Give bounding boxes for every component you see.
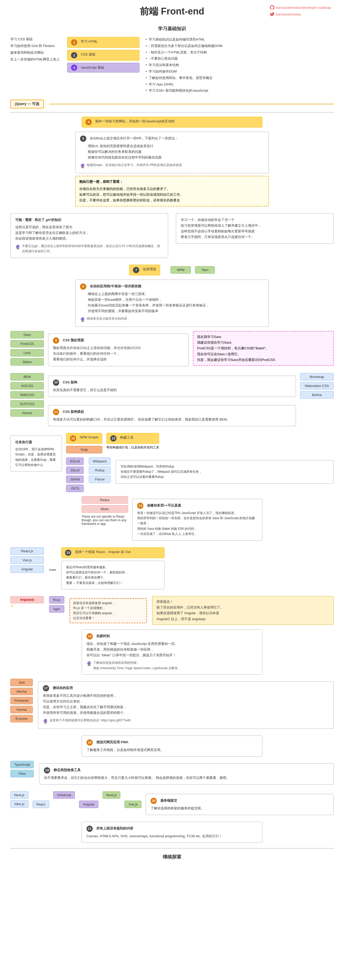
- num-11-circle: 11: [53, 409, 59, 415]
- framework-center: 15 选择一个框架 React、Angular 或 Vue 最近对React的需…: [61, 547, 164, 592]
- reflection-line2: 如果可以的话，您可以被动地开始寻找一些让职业或找到自己的工作。: [79, 192, 265, 197]
- less-box: Less: [10, 349, 44, 356]
- github-link[interactable]: kamranahmedse/developer-roadmap: [270, 5, 331, 10]
- rxjs-box: Rx.js: [49, 596, 64, 604]
- create-box: 14 创建你多西++可以是庞 恭喜！你做还可以说已经是75% JavaScrip…: [132, 499, 263, 541]
- state-mgmt-col: Redux Mobx These are not specific to Rea…: [81, 496, 128, 526]
- webpack-box: Webpack: [89, 457, 110, 465]
- vuejs-box: Vue.js: [10, 556, 44, 564]
- deps-content: 继续在上上面的两两中安装一些三部库。 例如安装一些toast插件，当用户点击一个…: [80, 291, 264, 314]
- parcel-box: Parcel: [89, 476, 110, 483]
- css-arch-11-title: CSS 架构搭起: [63, 409, 84, 415]
- pwa-num: 18 渐进式网页应用 PWA: [86, 740, 258, 746]
- knowledge-section: 学习 CSS 基础 学习如何使用 Grid 和 Flexbox 媒体查询和响应式…: [10, 37, 334, 94]
- angular-box: Angular: [10, 565, 44, 573]
- redux-box: Redux: [81, 496, 128, 504]
- testing-tip-text: 这里有个不错的链接可以帮助你起步: https://goo.gl/D77a4K: [49, 718, 131, 723]
- ssr-vue-col: Nuxt.js: [102, 791, 121, 799]
- section-basics-title: 学习基础知识: [10, 25, 334, 32]
- rx-col: Rx.js ngrx: [49, 596, 64, 612]
- ngrx-box: ngrx: [49, 605, 64, 612]
- pkg-items: NPM Yarn: [170, 266, 215, 274]
- pkg-row: 7 包管理器 NPM Yarn: [10, 265, 334, 275]
- css-note-3: 媒体查询和响应式网站: [10, 50, 62, 55]
- vue-label-box: Vue.js: [124, 800, 142, 808]
- bem-box: BEM: [10, 373, 44, 380]
- css-arch-cols: BEM OOCSS SMACSS SUITCSS Atomic 10 CSS 架…: [10, 373, 334, 429]
- ts-content: 你不需要要求这，但它们的合比的帮助很大，而且只要几小时就可以掌握。 我会选择我的…: [44, 775, 329, 781]
- typescript-section: TypeScript Flow 19 静态类型检查工具 你不需要要求这，但它们的…: [10, 761, 334, 787]
- deps-num-box: 8 在你的应用程/中添加一些共部依赖: [80, 283, 264, 290]
- angular-label-box: Angular: [79, 800, 99, 808]
- deps-tip: 🔮 阅读有关语义版本本次的内容: [80, 316, 264, 323]
- css-arch-10-num: 10 CSS 架构: [53, 380, 291, 386]
- final-section: 21 所有上面没有提到的内容 Canvas, HTML5 APIs, SVG, …: [81, 822, 263, 843]
- ssr-row: Next.js After.js React Universal Angular…: [10, 791, 334, 818]
- fame-note: 荣誉题名！ 除了田自的应用外，已经没有人再使用它了。 如果你选择使用了 Angu…: [152, 596, 334, 625]
- react-label: React: [33, 800, 49, 808]
- ssr-description: 20 服务端提交 了解你选择的框架的服务的提交框。: [146, 791, 334, 818]
- css-note-2: 学习如何使用 Grid 和 Flexbox: [10, 44, 62, 48]
- css-arch-11-content: 有很多方法可以更好的构建CSS，并且让它更容易维护。 你应该要了解它们之间的差异…: [53, 417, 291, 422]
- num-3: 3: [71, 65, 77, 71]
- twitter-link[interactable]: kamranahmedse: [270, 12, 331, 16]
- js-item: 3 JavaScript 基础: [67, 63, 139, 73]
- framework-left: React.js Vue.js Angular: [10, 547, 44, 573]
- jest-box: Jest: [10, 679, 33, 686]
- deps-tip-text: 阅读有关语义版本本次的内容: [87, 316, 127, 321]
- bulma-box: Bulma: [300, 391, 334, 399]
- k-item-4: 学习语法和基本结构: [145, 62, 334, 68]
- rollup-box: Rollup: [89, 466, 110, 474]
- git-tip: 🔮 不要忘记git，通过你在上面学到的所有内容中获取最易见的，然后让自己4个小时…: [15, 243, 163, 254]
- deps-title: 在你的应用程/中添加一些共部依赖: [90, 283, 141, 289]
- smacss-box: SMACSS: [10, 391, 44, 399]
- create-section: Redux Mobx These are not specific to Rea…: [81, 496, 263, 543]
- g-line2: 根据你可以解决的任务来联系的问题: [88, 149, 264, 154]
- create-num: 14 创建你多西++可以是庞: [137, 503, 258, 509]
- k-item-8: 学习 ES6+ 新功能和模块化的JavaScript: [145, 88, 334, 94]
- ssr-title: 服务端提交: [160, 798, 177, 803]
- build-tools-section: 任务执行器 在2019年，我只会选择NPM Scripts，但是，如果你需要其他…: [10, 433, 334, 492]
- testing-center: 17 测试你的应用 有很多类多不同工具共设计检测不同目的的使用， 可以使用方法列…: [38, 679, 334, 731]
- knowledge-center: 1 学习 HTML 2 CSS 基础 3 JavaScript 基础: [67, 37, 139, 94]
- create-box-wrap: 14 创建你多西++可以是庞 恭喜！你做还可以说已经是75% JavaScrip…: [132, 496, 263, 543]
- css-item: 2 CSS 基础: [67, 50, 139, 60]
- css-arch-center: 10 CSS 架构 你其实真的不需要安它，但它么还是不错的 11 CSS 架构搭…: [48, 373, 296, 429]
- k-item-0: 学习基础知识以及如何编写漂亮HTML: [145, 37, 334, 42]
- atomic-box: Atomic: [10, 409, 44, 417]
- ssr-num: 20 服务端提交: [151, 798, 329, 804]
- css-pre-center: 9 CSS 预处理器 预处理器允许你在CSS之上添加加功能，并允许你执行CSS …: [48, 331, 189, 369]
- gulp-box: Gulp: [66, 446, 102, 453]
- section4-practice: 4 制作一些练习类网站，开始加一些JavaScript的互动性: [10, 117, 334, 127]
- jquery-line: [49, 104, 334, 104]
- jslint-box: JSLint: [66, 466, 84, 474]
- karma-box: Karma: [10, 706, 33, 713]
- ts-title: 静态类型检查工具: [54, 767, 81, 773]
- git-section: 可能 - 需要 - 再次了 git*的知识 这部分是可选的，我在这里添加了因为 …: [10, 211, 168, 261]
- num-21-circle: 21: [86, 826, 93, 832]
- reflection-line1: 你项目自然为主掌握的的技能，已经符合很多几位的要求了。: [79, 186, 265, 192]
- num-10-circle: 10: [53, 380, 59, 386]
- build-center: 12 NPM Scripts Gulp 13 构建工具 帮你构建或打包，以及协助…: [66, 433, 334, 492]
- linters-bundlers-row: ESLint JSLint JSHint JSCS Webpack Rollup…: [66, 457, 334, 492]
- k-item-7: 学习 Ajax (XHR): [145, 82, 334, 87]
- git-tip-icon: 🔮: [15, 243, 21, 250]
- testing-content: 有很多类多不同工具共设计检测不同目的的使用， 可以使用方法列出出来的， 但是，在…: [43, 693, 329, 716]
- practice-time-num: 16 实践时刻: [86, 633, 258, 640]
- css-pre-title: CSS 预处理器: [63, 337, 84, 343]
- ssr-angular-col: Universal: [53, 791, 75, 799]
- ts-center: 19 静态类型检查工具 你不需要要求这，但它们的合比的帮助很大，而且只要几小时就…: [39, 761, 334, 787]
- git-tip-text: 不要忘记git，通过你在上面学到的所有内容中获取最易见的，然后让自己4个小时内完…: [22, 243, 163, 254]
- jquery-section: jQuery — 可选: [10, 100, 334, 108]
- testing-section: Jest Mocha Protractor Karma Enzyme 17 测试…: [10, 679, 334, 731]
- afterjs-box: After.js: [10, 800, 29, 808]
- twitter-text: kamranahmedse: [276, 13, 301, 16]
- github-text: kamranahmedse/developer-roadmap: [276, 6, 331, 10]
- tip-text: 链接到repo，告诉他们你正在学习，并请求无 PR的反馈以及如何改进: [87, 162, 182, 167]
- angular-label-wrap: Angular: [79, 800, 99, 808]
- k-item-1: - 符需面划分为多个部分以及如何正确地构建DOM: [145, 43, 334, 49]
- postcss-box: PostCSS: [10, 340, 44, 347]
- pwa-content: 了解服务工作线程，以及如何制作渐进式网页应用。: [86, 747, 258, 753]
- css-arch-10-content: 你其实真的不需要安它，但它么还是不错的: [53, 387, 291, 393]
- css-arch-10-title: CSS 架构: [63, 380, 77, 385]
